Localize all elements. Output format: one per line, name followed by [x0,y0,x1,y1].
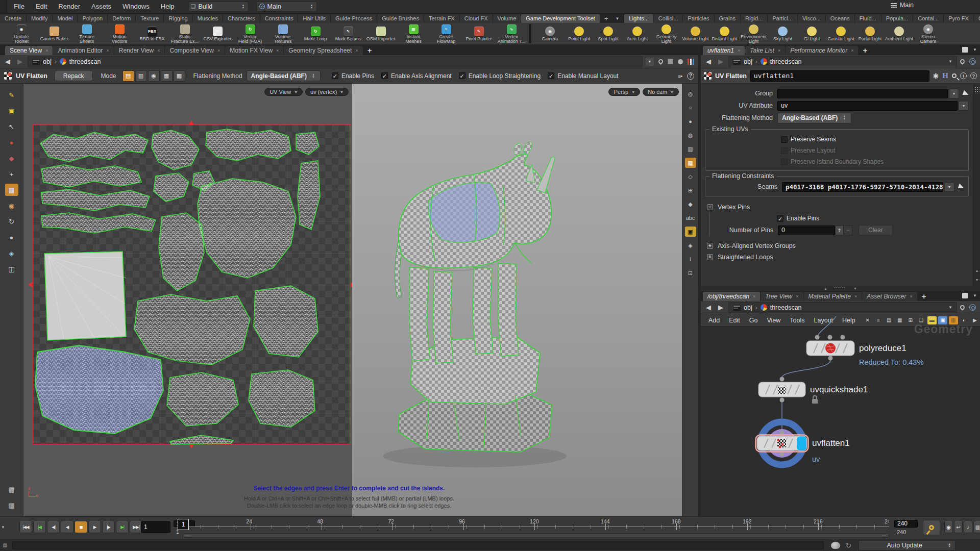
tool-pivot-painter[interactable]: ✎ Pivot Painter [462,26,495,42]
spinner-icon[interactable]: ▲▼ [842,115,847,120]
node-label-uvflatten1[interactable]: uvflatten1 [812,438,850,448]
node-label-polyreduce1[interactable]: polyreduce1 [859,343,906,354]
tool-make-loop[interactable]: ↻ Make Loop [299,26,332,42]
update-mode-dropdown[interactable]: Auto Update ▲▼ [859,540,955,550]
close-tab-icon[interactable]: × [910,292,913,301]
flattening-method-dropdown[interactable]: Angle-Based (ABF) ▲▼ [777,113,851,123]
breadcrumb-parent[interactable]: obj [744,304,752,311]
shelf-tab[interactable]: Guide Process [331,14,377,23]
tool-gi-light[interactable]: GI Light [797,26,826,42]
add-pane-tab-button[interactable]: + [918,292,930,301]
tool-distant-light[interactable]: Distant Light [710,26,739,42]
uv-flatten-tool-icon[interactable]: ▦ [5,184,18,196]
pane-tab[interactable]: Tree View × [761,292,803,301]
close-tab-icon[interactable]: × [276,46,279,55]
shelf-tab[interactable]: Grains [715,14,740,23]
uv-attribute-selector[interactable]: uv (vertex) ▼ [305,88,349,96]
tool-portal-light[interactable]: Portal Light [855,26,885,42]
scroll-up-icon[interactable]: ▲ [973,269,980,272]
text-overlay-icon[interactable]: abc [685,213,696,223]
shelf-tab[interactable]: Particl... [768,14,797,23]
clear-pins-button[interactable]: Clear [859,225,893,235]
geo-brush-icon[interactable]: ▣ [5,105,18,117]
info-icon[interactable]: i [960,72,967,79]
breadcrumb[interactable]: obj › threedscan [28,56,643,67]
rotate-tool-icon[interactable]: ↻ [5,215,18,228]
close-tab-icon[interactable]: × [851,46,853,55]
add-shelf-tab-button[interactable]: + [600,14,612,23]
shelf-tab[interactable]: Texture [136,14,163,23]
close-tab-icon[interactable]: × [738,46,740,55]
next-key-button[interactable]: ▶| [116,521,129,533]
pane-menu-icon[interactable]: ▼ [973,47,977,52]
tool-sky-light[interactable]: Sky Light [768,26,797,42]
select-tool-icon[interactable]: ↖ [5,120,18,133]
desktop-selector[interactable]: ❏ Build ▲▼ [188,2,249,12]
shelf-tab[interactable]: Guide Brushes [377,14,424,23]
shelf-tab[interactable]: Oceans [826,14,854,23]
help-icon[interactable]: ? [687,72,694,80]
shelf-overflow-dropdown[interactable]: ▼ [612,14,622,23]
lighting-mode-icon[interactable]: ◍ [685,130,696,140]
close-tab-icon[interactable]: × [854,292,857,301]
shelf-tab[interactable]: Muscles [193,14,223,23]
shelf-tab[interactable]: Cloth [974,14,980,23]
sculpt-tool-icon[interactable]: ● [5,136,18,148]
toolbar-checkbox[interactable]: ✓ Enable Axis Alignment [381,72,452,80]
mode-align-icon[interactable]: ▦ [161,70,173,82]
uv-view-selector[interactable]: UV View ▼ [264,88,303,96]
shelf-tab[interactable]: Characters [223,14,260,23]
handles-display-icon[interactable]: ◆ [685,199,696,209]
follow-selection-icon[interactable] [969,304,976,311]
shelf-tab[interactable]: Modify [27,14,52,23]
menu-item[interactable]: File [8,0,30,13]
timeline-options-button[interactable]: ▥ [973,521,980,533]
pane-tab[interactable]: Render View × [114,46,165,55]
menu-item[interactable]: Edit [30,0,53,13]
tool-vector-field[interactable]: ↻ Vector Field (FGA) [234,23,266,44]
scroll-grip-icon[interactable]: ∙∙∙ [185,534,190,537]
pane-tab[interactable]: Asset Browser × [862,292,917,301]
increment-icon[interactable]: + [835,226,844,235]
chevron-down-icon[interactable]: ▼ [948,305,952,310]
maximize-pane-icon[interactable] [962,47,968,53]
tool-camera[interactable]: ◉ Camera [535,26,565,42]
shelf-tab[interactable]: Particles [683,14,714,23]
camera-selector[interactable]: No cam ▼ [643,88,679,96]
pane-splitter[interactable]: ▲ ∷∷∷ ▼ [701,286,980,291]
menu-item[interactable]: Assets [86,0,117,13]
view-tool-icon[interactable]: ✎ [5,89,18,101]
shelf-tab[interactable]: Hair Utils [298,14,330,23]
scroll-grip-icon[interactable]: ∙∙∙ [881,534,887,537]
tool-spot-light[interactable]: Spot Light [594,26,623,42]
mode-islands-icon[interactable]: ▤ [122,70,134,82]
node-label-uvquickshade1[interactable]: uvquickshade1 [810,385,868,395]
breadcrumb-node[interactable]: threedscan [69,58,101,65]
add-pane-tab-button[interactable]: + [859,46,871,55]
repack-button[interactable]: Repack [55,71,93,81]
menu-item[interactable]: Windows [117,0,155,13]
stop-button[interactable]: ■ [75,521,87,533]
display-options-icon[interactable]: ≡• [678,73,682,79]
play-reverse-button[interactable]: ◀ [61,521,74,533]
spinner-icon[interactable]: ▲▼ [311,73,316,79]
params-scrollbar[interactable]: ▲ ▼ [973,84,980,286]
shelf-tab[interactable]: Terrain FX [424,14,459,23]
tool-instant-meshes[interactable]: ▦ Instant Meshes [397,23,430,44]
wire-mode-icon[interactable]: ● [685,116,696,127]
pane-tab[interactable]: Motion FX View × [225,46,283,55]
desktop-menu[interactable]: Main [891,2,914,9]
scatter-tool-icon[interactable]: ◈ [5,247,18,259]
menu-item[interactable]: Help [155,0,180,13]
tool-osm-importer[interactable]: OSM Importer [364,26,397,42]
uv-attribute-field[interactable]: uv [777,101,958,111]
move-tool-icon[interactable]: + [5,168,18,180]
mirror-display-icon[interactable]: ◈ [685,240,696,251]
uv-attribute-dropdown-icon[interactable]: ▼ [959,101,969,111]
view-options-icon[interactable]: ◎ [685,89,696,99]
tool-rbd-to-fbx[interactable]: FBX RBD to FBX [136,26,168,42]
decrement-icon[interactable]: − [844,226,852,235]
mirror-tool-icon[interactable]: ◫ [5,263,18,275]
breadcrumb-parent[interactable]: obj [744,58,752,65]
set-key-button[interactable] [923,520,940,535]
